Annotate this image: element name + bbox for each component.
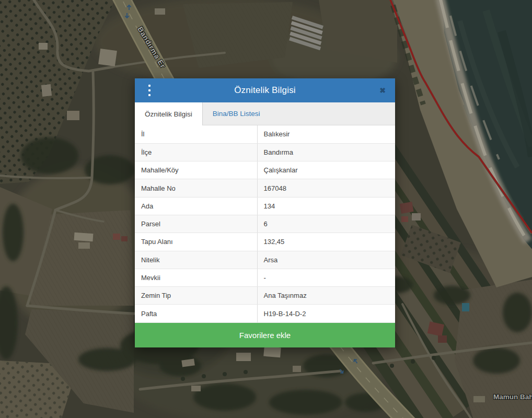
- table-row: İlçe Bandırma: [135, 143, 395, 161]
- row-label: Zemin Tip: [135, 287, 257, 305]
- table-row: Pafta H19-B-14-D-2: [135, 305, 395, 322]
- table-row: İl Balıkesir: [135, 125, 395, 143]
- tab-oznitelik-bilgisi[interactable]: Öznitelik Bilgisi: [135, 102, 203, 125]
- row-value: Çalışkanlar: [257, 161, 395, 179]
- row-label: Parsel: [135, 215, 257, 233]
- place-name-label: Mamun Bah: [493, 393, 532, 401]
- table-row: Tapu Alanı 132,45: [135, 233, 395, 251]
- row-value: Bandırma: [257, 143, 395, 161]
- kebab-dot: [148, 94, 151, 97]
- row-label: Nitelik: [135, 251, 257, 269]
- row-value: Arsa: [257, 251, 395, 269]
- row-label: Mahalle/Köy: [135, 161, 257, 179]
- table-row: Mevkii -: [135, 269, 395, 286]
- table-row: Mahalle/Köy Çalışkanlar: [135, 161, 395, 179]
- attribute-table: İl Balıkesir İlçe Bandırma Mahalle/Köy Ç…: [135, 125, 395, 323]
- table-row: Nitelik Arsa: [135, 251, 395, 269]
- row-value: Balıkesir: [257, 125, 395, 143]
- row-value: Ana Taşınmaz: [257, 287, 395, 305]
- kebab-dot: [148, 85, 151, 87]
- row-value: -: [257, 269, 395, 286]
- close-icon[interactable]: ✖: [377, 78, 388, 102]
- table-row: Mahalle No 167048: [135, 179, 395, 197]
- kebab-menu-icon[interactable]: [143, 78, 156, 102]
- row-value: H19-B-14-D-2: [257, 305, 395, 322]
- table-row: Zemin Tip Ana Taşınmaz: [135, 287, 395, 305]
- kebab-dot: [148, 89, 151, 92]
- attribute-info-modal: Öznitelik Bilgisi ✖ Öznitelik Bilgisi Bi…: [135, 78, 395, 347]
- add-to-favorites-button[interactable]: Favorilere ekle: [135, 323, 395, 347]
- app-window: Bandırma Er Mamun Bah Öznitelik Bilgisi …: [0, 0, 532, 418]
- row-label: İlçe: [135, 143, 257, 161]
- row-label: Ada: [135, 197, 257, 215]
- row-value: 134: [257, 197, 395, 215]
- row-label: Tapu Alanı: [135, 233, 257, 251]
- row-value: 6: [257, 215, 395, 233]
- table-row: Ada 134: [135, 197, 395, 215]
- tab-bina-bb-listesi[interactable]: Bina/BB Listesi: [203, 102, 270, 125]
- row-label: İl: [135, 125, 257, 143]
- modal-title: Öznitelik Bilgisi: [234, 85, 296, 96]
- row-label: Mahalle No: [135, 179, 257, 197]
- modal-header: Öznitelik Bilgisi ✖: [135, 78, 395, 102]
- row-value: 167048: [257, 179, 395, 197]
- table-row: Parsel 6: [135, 215, 395, 233]
- row-value: 132,45: [257, 233, 395, 251]
- row-label: Pafta: [135, 305, 257, 322]
- tab-bar: Öznitelik Bilgisi Bina/BB Listesi: [135, 102, 395, 125]
- row-label: Mevkii: [135, 269, 257, 286]
